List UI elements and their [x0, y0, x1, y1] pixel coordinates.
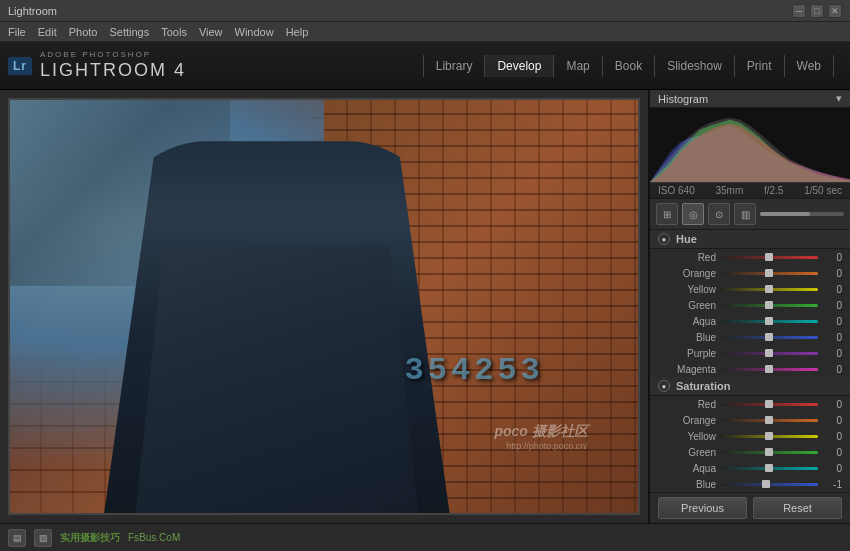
focal-length: 35mm	[715, 185, 743, 196]
tab-web[interactable]: Web	[785, 55, 834, 77]
hue-aqua-slider[interactable]	[720, 320, 818, 323]
sat-red-slider[interactable]	[720, 403, 818, 406]
hue-orange-thumb[interactable]	[765, 269, 773, 277]
sat-orange-value: 0	[822, 415, 842, 426]
hue-blue-row: Blue 0	[650, 329, 850, 345]
title-bar: Lightroom ─ □ ✕	[0, 0, 850, 22]
sat-blue-thumb[interactable]	[762, 480, 770, 488]
hue-purple-thumb[interactable]	[765, 349, 773, 357]
reset-button[interactable]: Reset	[753, 497, 842, 519]
sat-orange-slider[interactable]	[720, 419, 818, 422]
sat-red-label: Red	[666, 399, 716, 410]
target-tool-button[interactable]: ⊙	[708, 203, 730, 225]
hue-aqua-value: 0	[822, 316, 842, 327]
maximize-button[interactable]: □	[810, 4, 824, 18]
menu-help[interactable]: Help	[286, 26, 309, 38]
sat-yellow-slider[interactable]	[720, 435, 818, 438]
sat-green-slider[interactable]	[720, 451, 818, 454]
sat-yellow-thumb[interactable]	[765, 432, 773, 440]
hue-red-slider[interactable]	[720, 256, 818, 259]
hue-purple-slider[interactable]	[720, 352, 818, 355]
window-controls: ─ □ ✕	[792, 4, 842, 18]
menu-file[interactable]: File	[8, 26, 26, 38]
sat-aqua-row: Aqua 0	[650, 460, 850, 476]
grid-tool-button[interactable]: ⊞	[656, 203, 678, 225]
header: Lr ADOBE PHOTOSHOP LIGHTROOM 4 Library D…	[0, 42, 850, 90]
sat-green-row: Green 0	[650, 444, 850, 460]
adjustments-panel[interactable]: ● Hue Red 0 Orange 0 Yellow 0 Green	[650, 230, 850, 492]
lr-badge: Lr	[8, 57, 32, 75]
sat-red-thumb[interactable]	[765, 400, 773, 408]
menu-bar: File Edit Photo Settings Tools View Wind…	[0, 22, 850, 42]
hue-magenta-slider[interactable]	[720, 368, 818, 371]
sat-blue-slider[interactable]	[720, 483, 818, 486]
sat-green-label: Green	[666, 447, 716, 458]
menu-settings[interactable]: Settings	[109, 26, 149, 38]
tab-book[interactable]: Book	[603, 55, 655, 77]
close-button[interactable]: ✕	[828, 4, 842, 18]
hue-yellow-thumb[interactable]	[765, 285, 773, 293]
sat-green-thumb[interactable]	[765, 448, 773, 456]
hue-toggle[interactable]: ●	[658, 233, 670, 245]
saturation-toggle[interactable]: ●	[658, 380, 670, 392]
hue-blue-label: Blue	[666, 332, 716, 343]
sat-aqua-thumb[interactable]	[765, 464, 773, 472]
hue-orange-row: Orange 0	[650, 265, 850, 281]
sat-aqua-slider[interactable]	[720, 467, 818, 470]
brush-tool-button[interactable]: ▥	[734, 203, 756, 225]
sat-aqua-value: 0	[822, 463, 842, 474]
histogram-area	[650, 108, 850, 183]
hue-red-thumb[interactable]	[765, 253, 773, 261]
shutter-speed: 1/50 sec	[804, 185, 842, 196]
view-icon[interactable]: ▧	[34, 529, 52, 547]
hue-purple-value: 0	[822, 348, 842, 359]
hue-purple-row: Purple 0	[650, 345, 850, 361]
hue-magenta-thumb[interactable]	[765, 365, 773, 373]
site-url: FsBus.CoM	[128, 532, 180, 543]
sat-blue-label: Blue	[666, 479, 716, 490]
hue-green-thumb[interactable]	[765, 301, 773, 309]
thumbnail-icon[interactable]: ▤	[8, 529, 26, 547]
minimize-button[interactable]: ─	[792, 4, 806, 18]
sat-blue-row: Blue -1	[650, 476, 850, 492]
bottom-buttons: Previous Reset	[650, 492, 850, 523]
app-title: Lightroom	[8, 5, 57, 17]
hue-purple-label: Purple	[666, 348, 716, 359]
histogram-collapse-icon[interactable]: ▾	[836, 92, 842, 105]
brand-sub: ADOBE PHOTOSHOP	[40, 50, 186, 60]
saturation-section-header[interactable]: ● Saturation	[650, 377, 850, 396]
jacket-layer	[136, 245, 419, 513]
tab-develop[interactable]: Develop	[485, 55, 554, 77]
sat-green-value: 0	[822, 447, 842, 458]
menu-view[interactable]: View	[199, 26, 223, 38]
circle-tool-button[interactable]: ◎	[682, 203, 704, 225]
menu-photo[interactable]: Photo	[69, 26, 98, 38]
hue-green-row: Green 0	[650, 297, 850, 313]
menu-window[interactable]: Window	[235, 26, 274, 38]
sat-orange-label: Orange	[666, 415, 716, 426]
site-name: 实用摄影技巧	[60, 531, 120, 545]
photo-frame: 354253 poco 摄影社区 http://photo.poco.cn/	[8, 98, 640, 515]
hue-green-slider[interactable]	[720, 304, 818, 307]
hue-yellow-slider[interactable]	[720, 288, 818, 291]
hue-orange-slider[interactable]	[720, 272, 818, 275]
hue-green-label: Green	[666, 300, 716, 311]
tab-map[interactable]: Map	[554, 55, 602, 77]
tab-print[interactable]: Print	[735, 55, 785, 77]
hue-aqua-thumb[interactable]	[765, 317, 773, 325]
hue-section-header[interactable]: ● Hue	[650, 230, 850, 249]
menu-edit[interactable]: Edit	[38, 26, 57, 38]
histogram-header: Histogram ▾	[650, 90, 850, 108]
tab-slideshow[interactable]: Slideshow	[655, 55, 735, 77]
hue-blue-slider[interactable]	[720, 336, 818, 339]
hue-yellow-row: Yellow 0	[650, 281, 850, 297]
sat-orange-thumb[interactable]	[765, 416, 773, 424]
hue-blue-value: 0	[822, 332, 842, 343]
hue-orange-label: Orange	[666, 268, 716, 279]
hue-blue-thumb[interactable]	[765, 333, 773, 341]
sat-red-value: 0	[822, 399, 842, 410]
previous-button[interactable]: Previous	[658, 497, 747, 519]
menu-tools[interactable]: Tools	[161, 26, 187, 38]
tab-library[interactable]: Library	[423, 55, 486, 77]
tool-slider[interactable]	[760, 212, 844, 216]
